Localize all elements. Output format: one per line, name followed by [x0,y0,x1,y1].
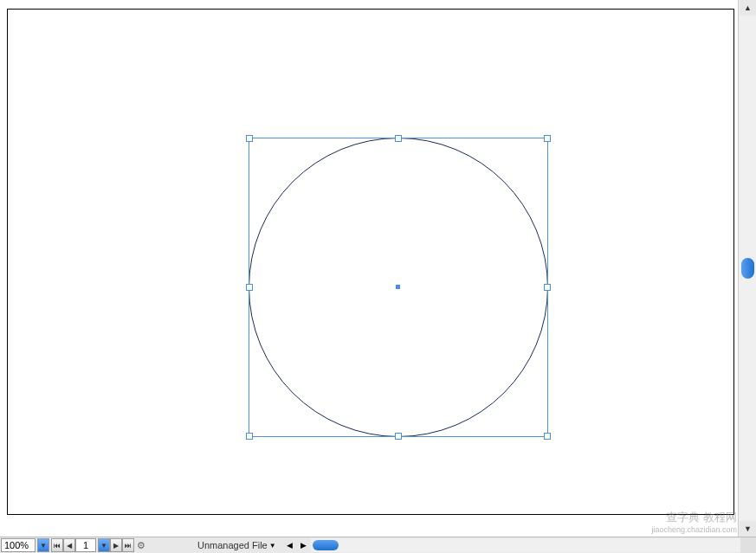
zoom-popup-group: ▼ [37,538,49,552]
watermark: 查字典 教程网 jiaocheng.chazidian.com [651,511,737,536]
watermark-line2: jiaocheng.chazidian.com [651,524,737,536]
window-resize-grip[interactable] [740,537,756,553]
horizontal-scroll-track[interactable] [311,538,756,552]
ellipse-shape[interactable] [249,138,548,437]
scroll-left-button[interactable]: ◀ [283,538,297,552]
first-page-button[interactable]: ⏮ [51,538,63,552]
zoom-popup-button[interactable]: ▼ [37,538,49,552]
status-popup-icon[interactable]: ▼ [269,542,276,550]
file-status-label: Unmanaged File [197,540,268,550]
last-page-button[interactable]: ⏭ [122,538,134,552]
next-page-button[interactable]: ▶ [110,538,122,552]
scroll-up-button[interactable]: ▲ [740,0,756,16]
artboard[interactable] [7,9,734,515]
zoom-level-field[interactable]: 100% [1,538,36,552]
page-popup-button[interactable]: ▼ [98,538,110,552]
vertical-scrollbar[interactable]: ▲ ▼ [738,0,756,537]
document-viewport [0,0,738,537]
status-bar: 100% ▼ ⏮ ◀ 1 ▼ ▶ ⏭ ⚙ Unmanaged File ▼ ◀ … [0,537,756,553]
page-number-field[interactable]: 1 [75,538,96,552]
vertical-scroll-thumb[interactable] [741,258,754,279]
last-icon: ⏭ [125,542,132,550]
resize-handle-bottom-left[interactable] [246,433,253,440]
page-nav-group-2: ▼ ▶ ⏭ [98,538,134,552]
watermark-line1: 查字典 教程网 [651,511,737,524]
resize-handle-top-left[interactable] [246,135,253,142]
horizontal-scrollbar[interactable]: ◀ ▶ [283,538,756,552]
first-icon: ⏮ [54,542,61,550]
scroll-down-button[interactable]: ▼ [740,521,756,537]
resize-handle-top-right[interactable] [544,135,551,142]
page-nav-group: ⏮ ◀ 1 [51,538,96,552]
scroll-right-button[interactable]: ▶ [297,538,311,552]
resize-handle-bottom-right[interactable] [544,433,551,440]
prev-page-button[interactable]: ◀ [63,538,75,552]
gear-icon[interactable]: ⚙ [137,540,145,551]
horizontal-scroll-thumb[interactable] [313,540,339,550]
